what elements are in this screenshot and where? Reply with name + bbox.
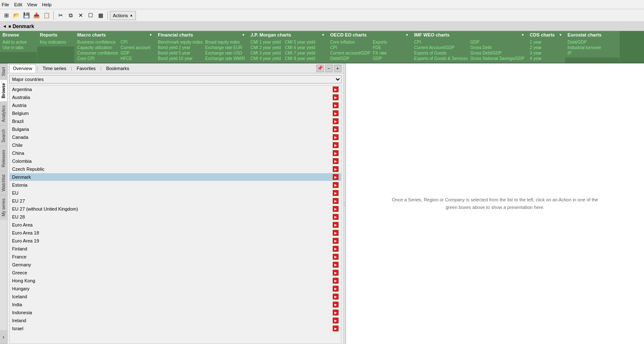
country-row[interactable]: China▶ (10, 149, 341, 157)
toolbar-icon-5[interactable]: 📋 (42, 11, 51, 20)
fin-eur[interactable]: Exchange rate EUR (204, 45, 246, 50)
country-action-icon[interactable]: ▶ (333, 110, 339, 116)
macro-current-account[interactable]: Current account (120, 45, 153, 50)
country-row[interactable]: EU 27▶ (10, 197, 341, 205)
country-action-icon[interactable]: ▶ (333, 310, 339, 315)
macro-business-confidence[interactable]: Business confidence (76, 39, 119, 45)
oecd-fde[interactable]: FDE (372, 45, 406, 50)
macro-core-cpi[interactable]: Core CPI (76, 56, 119, 61)
country-row[interactable]: Estonia▶ (10, 181, 341, 189)
oecd-debt-gdp[interactable]: Debt/GDP (329, 56, 371, 61)
menu-cds-header[interactable]: CDS charts ▼ (527, 31, 565, 39)
jp-cmi2[interactable]: CMI 2 year yield (250, 45, 283, 50)
actions-button[interactable]: Actions ▲ (110, 11, 136, 20)
sidebar-tab-analytics[interactable]: Analytics (0, 102, 7, 125)
country-group-select[interactable]: Major countries (9, 75, 342, 83)
country-row[interactable]: Bulgaria▶ (10, 125, 341, 133)
fin-benchmark[interactable]: Benchmark equity index (157, 39, 203, 45)
fin-broad[interactable]: Broad equity index (204, 39, 246, 45)
imf-cpi[interactable]: CPI (413, 39, 469, 45)
country-list[interactable]: Argentina▶Australia▶Austria▶Belgium▶Braz… (9, 85, 342, 344)
toolbar-icon-4[interactable]: 📤 (32, 11, 41, 20)
country-row[interactable]: Euro Area 19▶ (10, 237, 341, 245)
imf-gross-savings[interactable]: Gross National Savings/GDP (469, 56, 525, 61)
menu-oecd-header[interactable]: OECD EO charts ▼ (328, 31, 411, 39)
country-action-icon[interactable]: ▶ (333, 230, 339, 236)
country-action-icon[interactable]: ▶ (333, 182, 339, 188)
country-row[interactable]: Finland▶ (10, 245, 341, 253)
jp-cmi4[interactable]: CMI 4 year yield (250, 56, 283, 61)
sidebar-tab-myseries[interactable]: My series (0, 195, 7, 220)
cds-3year[interactable]: 3 year (529, 50, 563, 56)
country-row[interactable]: EU 27 (without United Kingdom)▶ (10, 205, 341, 213)
country-action-icon[interactable]: ▶ (333, 86, 339, 92)
country-action-icon[interactable]: ▶ (333, 158, 339, 164)
fin-bond2[interactable]: Bond yield 2 year (157, 45, 203, 50)
country-action-icon[interactable]: ▶ (333, 174, 339, 180)
country-row[interactable]: Hungary▶ (10, 285, 341, 293)
country-action-icon[interactable]: ▶ (333, 278, 339, 284)
country-row[interactable]: France▶ (10, 253, 341, 261)
imf-gross-debt[interactable]: Gross Debt (469, 45, 525, 50)
menu-macro-charts-header[interactable]: Macro charts ▼ (75, 31, 155, 39)
toolbar-icon-cut[interactable]: ✂ (56, 11, 65, 20)
oecd-current-account[interactable]: Current account/GDP (329, 50, 371, 56)
country-action-icon[interactable]: ▶ (333, 166, 339, 172)
menu-edit[interactable]: Edit (14, 2, 22, 7)
tab-icon-plus[interactable]: + (334, 65, 342, 72)
tab-icon-minus[interactable]: − (325, 65, 333, 72)
reports-item-key[interactable]: Key indicators (39, 39, 73, 45)
country-action-icon[interactable]: ▶ (333, 206, 339, 212)
eurostat-ip[interactable]: IP (567, 50, 602, 56)
imf-gross-debt-gdp[interactable]: Gross Debt/GDP (469, 50, 525, 56)
country-action-icon[interactable]: ▶ (333, 142, 339, 148)
country-row[interactable]: Euro Area▶ (10, 221, 341, 229)
sidebar-tab-search[interactable]: Search (0, 125, 7, 146)
country-action-icon[interactable]: ▶ (333, 198, 339, 204)
menu-help[interactable]: Help (42, 2, 52, 7)
imf-exports[interactable]: Exports of Goods (413, 50, 469, 56)
fin-wmr[interactable]: Exchange rate WM/R (204, 56, 246, 61)
eurostat-debt-gdp[interactable]: Debt/GDP (567, 39, 602, 45)
country-row[interactable]: EU▶ (10, 189, 341, 197)
nav-back-icon[interactable]: ◄ (3, 24, 7, 29)
menu-financial-charts-header[interactable]: Financial charts ▼ (155, 31, 248, 39)
country-action-icon[interactable]: ▶ (333, 150, 339, 156)
country-action-icon[interactable]: ▶ (333, 262, 339, 268)
country-row[interactable]: Colombia▶ (10, 157, 341, 165)
country-row[interactable]: Argentina▶ (10, 86, 341, 94)
sidebar-tab-start[interactable]: Start (0, 63, 7, 79)
country-action-icon[interactable]: ▶ (333, 118, 339, 124)
toolbar-icon-7[interactable]: ▦ (96, 11, 105, 20)
cds-1year[interactable]: 1 year (529, 39, 563, 45)
sidebar-tab-watchlist[interactable]: Watchlist (0, 171, 7, 195)
imf-exports-services[interactable]: Exports of Goods & Services (413, 56, 469, 61)
country-action-icon[interactable]: ▶ (333, 134, 339, 140)
toolbar-icon-1[interactable]: ⊞ (2, 11, 11, 20)
country-row[interactable]: Indonesia▶ (10, 309, 341, 317)
country-row[interactable]: Ireland▶ (10, 317, 341, 325)
menu-browse-header[interactable]: Browse (0, 31, 37, 39)
tab-icon-pin[interactable]: 📌 (316, 65, 324, 72)
jp-cmi1[interactable]: CMI 1 year yield (250, 39, 283, 45)
menu-reports-header[interactable]: Reports (37, 31, 74, 39)
toolbar-icon-6[interactable]: ☐ (86, 11, 95, 20)
oecd-exports[interactable]: Exports (372, 39, 406, 45)
sidebar-tab-browse[interactable]: Browse (0, 79, 7, 102)
toolbar-icon-3[interactable]: 💾 (22, 11, 31, 20)
country-action-icon[interactable]: ▶ (333, 286, 339, 292)
country-action-icon[interactable]: ▶ (333, 102, 339, 108)
browse-item-add[interactable]: Add to active (2, 39, 35, 45)
country-action-icon[interactable]: ▶ (333, 246, 339, 252)
tab-bookmarks[interactable]: Bookmarks (102, 64, 133, 73)
toolbar-icon-copy[interactable]: ⧉ (66, 11, 75, 20)
country-action-icon[interactable]: ▶ (333, 94, 339, 100)
cds-4year[interactable]: 4 year (529, 56, 563, 61)
macro-cpi[interactable]: CPI (120, 39, 153, 45)
macro-consumer-confidence[interactable]: Consumer confidence (76, 50, 119, 56)
toolbar-icon-2[interactable]: 📂 (12, 11, 21, 20)
fin-bond5[interactable]: Bond yield 5 year (157, 50, 203, 56)
country-action-icon[interactable]: ▶ (333, 222, 339, 228)
country-action-icon[interactable]: ▶ (333, 270, 339, 276)
country-row[interactable]: Denmark▶ (10, 173, 341, 181)
